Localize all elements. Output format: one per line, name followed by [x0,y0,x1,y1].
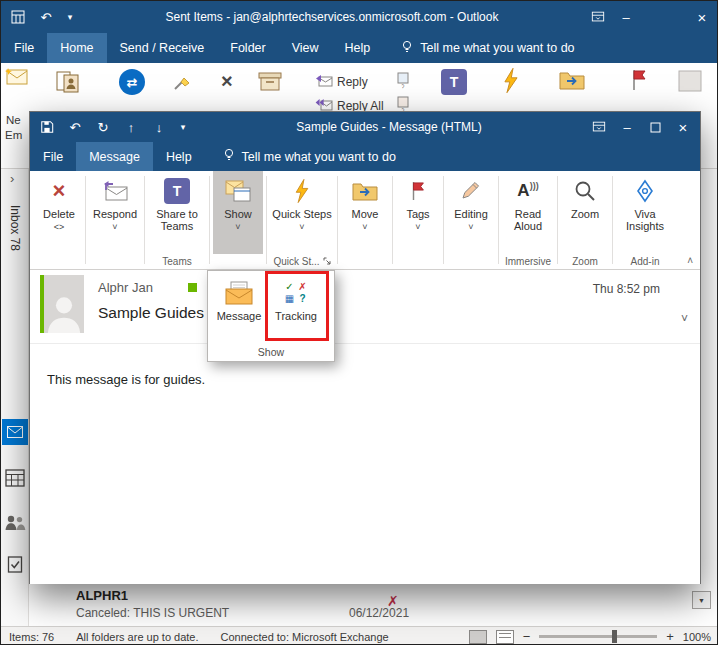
email-subject: Sample Guides [98,304,204,322]
message-body[interactable]: This message is for guides. [30,344,700,584]
nav-calendar-icon[interactable] [2,464,28,490]
new-email-label-line1[interactable]: Ne [6,114,21,126]
ribbon-button-share-to-teams[interactable]: T Share to Teams [148,171,206,254]
magnifier-icon [573,177,597,205]
reply-icon [315,74,333,88]
ribbon-button-delete[interactable]: × Delete ˂​˃ [36,171,82,254]
quick-access-grid-icon[interactable] [7,6,29,28]
close-icon[interactable]: × [672,116,694,138]
nav-mail-icon[interactable] [2,419,28,445]
redo-icon[interactable]: ↻ [92,116,114,138]
tab-view[interactable]: View [279,33,332,63]
ribbon-button-quick-steps[interactable]: Quick Steps ˅ [270,171,334,254]
group-show: Show ˅ [213,171,263,269]
close-icon[interactable]: × [691,6,713,28]
main-tab-bar: File Home Send / Receive Folder View Hel… [1,33,718,63]
customize-toolbar-chevron-icon[interactable]: ▾ [63,6,77,28]
clipped-ribbon-icon[interactable] [677,69,703,93]
nav-tasks-icon[interactable] [2,551,28,577]
zoom-level[interactable]: 100% [683,631,711,643]
tab-help[interactable]: Help [332,33,384,63]
ribbon-button-viva-insights[interactable]: Viva Insights [616,171,674,254]
tab-file[interactable]: File [30,142,76,171]
ribbon-button-tags[interactable]: Tags ˅ [396,171,440,254]
group-zoom: Zoom Zoom [561,171,609,269]
new-email-label-line2[interactable]: Em [5,129,22,141]
move-folder-icon[interactable] [559,69,585,91]
message-list-item[interactable]: ALPHR1 Canceled: THIS IS URGENT 06/12/20… [29,584,718,626]
next-item-icon[interactable]: ↓ [148,116,170,138]
viva-insights-icon [633,177,657,205]
quick-steps-dialog-launcher-icon[interactable] [323,256,331,267]
move-folder-icon [352,177,378,205]
message-header: Alphr Jan Sample Guides Thu 8:52 pm ˅ [30,270,700,344]
avatar[interactable] [40,275,84,333]
layout-reading-icon[interactable] [496,630,514,644]
nav-people-icon[interactable] [2,509,28,535]
ribbon-button-respond[interactable]: Respond ˅ [89,171,141,254]
zoom-slider[interactable] [539,635,657,638]
inbox-folder-label[interactable]: Inbox 78 [8,205,22,251]
group-separator [443,176,444,264]
list-item-sender: ALPHR1 [76,588,128,603]
ribbon-button-show[interactable]: Show ˅ [213,171,263,254]
respond-more-icon[interactable]: ˀ [397,72,409,92]
ignore-x-icon[interactable]: × [221,71,233,91]
undo-icon[interactable]: ↶ [64,116,86,138]
expand-header-chevron-icon[interactable]: ˅ [681,312,688,326]
message-window-title: Sample Guides - Message (HTML) [196,120,582,134]
zoom-in-button[interactable]: + [666,629,674,644]
ribbon-button-move[interactable]: Move ˅ [341,171,389,254]
ribbon-display-options-icon[interactable] [587,6,609,28]
tab-message[interactable]: Message [76,142,153,171]
quick-steps-lightning-icon[interactable] [501,67,521,94]
undo-icon[interactable]: ↶ [35,6,57,28]
minimize-icon[interactable]: – [616,116,638,138]
message-envelope-icon [224,279,254,307]
respond-icon [101,177,129,205]
dropdown-item-tracking[interactable]: ✓✗▦? Tracking [270,275,322,337]
ribbon-button-read-aloud[interactable]: A))) Read Aloud [502,171,554,254]
list-dropdown-button[interactable]: ▼ [692,591,711,609]
tab-folder[interactable]: Folder [217,33,278,63]
chevron-down-icon: ˅ [299,223,304,232]
pencil-icon [459,177,483,205]
tab-home[interactable]: Home [47,33,106,63]
archive-icon[interactable] [257,69,283,93]
expand-folder-pane-icon[interactable]: › [10,171,14,186]
dropdown-item-message[interactable]: Message [213,275,265,337]
new-email-icon[interactable] [4,65,29,87]
message-ribbon: × Delete ˂​˃ Respond ˅ [30,171,700,270]
layout-normal-icon[interactable] [469,630,487,644]
minimize-icon[interactable]: – [615,6,637,28]
previous-item-icon[interactable]: ↑ [120,116,142,138]
zoom-out-button[interactable]: − [523,629,531,644]
teams-icon[interactable]: T [441,69,467,95]
address-book-icon[interactable] [55,69,83,95]
reply-button[interactable]: Reply [337,75,368,89]
group-separator [392,176,393,264]
customize-toolbar-chevron-icon[interactable]: ▾ [176,116,190,138]
list-item-preview: Canceled: THIS IS URGENT [76,606,229,620]
zoom-slider-thumb[interactable] [612,630,617,643]
ribbon-button-zoom[interactable]: Zoom [561,171,609,254]
received-date: Thu 8:52 pm [593,282,660,296]
maximize-icon[interactable] [644,116,666,138]
tell-me-box[interactable]: Tell me what you want to do [215,142,404,171]
save-icon[interactable] [36,116,58,138]
quick-steps-lightning-icon [293,177,311,205]
collapse-ribbon-icon[interactable]: ˄ [687,255,693,266]
sender-name[interactable]: Alphr Jan [98,280,153,295]
cleanup-icon[interactable] [171,69,195,93]
lightbulb-icon [401,40,413,57]
ribbon-display-options-icon[interactable] [588,116,610,138]
tab-help[interactable]: Help [153,142,205,171]
chevron-down-icon: ˅ [235,223,240,232]
teamviewer-icon[interactable]: ⇄ [119,69,145,95]
tell-me-box[interactable]: Tell me what you want to do [393,33,582,63]
tab-file[interactable]: File [1,33,47,63]
group-delete: × Delete ˂​˃ [36,171,82,269]
follow-up-flag-icon[interactable] [629,68,649,92]
ribbon-button-editing[interactable]: Editing ˅ [447,171,495,254]
tab-send-receive[interactable]: Send / Receive [107,33,218,63]
